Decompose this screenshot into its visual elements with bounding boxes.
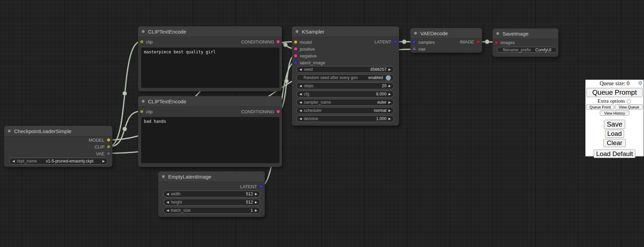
node-vae-decode[interactable]: VAEDecode samples vae IMAGE xyxy=(410,28,482,53)
decrement-arrow-icon[interactable]: ◀ xyxy=(299,68,302,71)
queue-size-label: Queue size: 0 xyxy=(599,80,629,86)
steps-widget[interactable]: ◀ steps 20 ▶ xyxy=(296,82,394,89)
decrement-arrow-icon[interactable]: ◀ xyxy=(166,209,169,212)
increment-arrow-icon[interactable]: ▶ xyxy=(388,101,391,104)
scheduler-widget[interactable]: ◀ scheduler normal ▶ xyxy=(296,107,394,114)
vae-input-dot[interactable] xyxy=(412,47,416,51)
cfg-widget[interactable]: ◀ cfg 8.000 ▶ xyxy=(296,91,394,98)
widget-label: width xyxy=(171,192,181,196)
toggle-knob-icon[interactable] xyxy=(386,75,391,80)
node-ksampler[interactable]: KSampler model positive negative latent_… xyxy=(292,26,399,126)
node-title-bar[interactable]: EmptyLatentImage xyxy=(158,171,265,182)
increment-arrow-icon[interactable]: ▶ xyxy=(388,84,391,88)
conditioning-output-dot[interactable] xyxy=(276,40,280,43)
node-checkpoint-loader[interactable]: CheckpointLoaderSimple MODEL CLIP VAE ◀ … xyxy=(4,126,112,167)
node-empty-latent-image[interactable]: EmptyLatentImage LATENT ◀ width 512 ▶ ◀ … xyxy=(158,171,265,217)
queue-front-button[interactable]: Queue Front xyxy=(586,104,614,109)
image-output-dot[interactable] xyxy=(476,40,480,43)
model-output-dot[interactable] xyxy=(107,138,110,142)
clip-output-dot[interactable] xyxy=(107,145,110,148)
load-button[interactable]: Load xyxy=(605,130,624,138)
link-midpoint-dot xyxy=(284,79,289,83)
widget-label: batch_size xyxy=(171,208,190,213)
positive-input-dot[interactable] xyxy=(294,47,297,51)
increment-arrow-icon[interactable]: ▶ xyxy=(255,193,257,196)
latent-image-input-dot[interactable] xyxy=(294,61,297,64)
increment-arrow-icon[interactable]: ▶ xyxy=(388,68,391,71)
increment-arrow-icon[interactable]: ▶ xyxy=(388,109,391,112)
decrement-arrow-icon[interactable]: ◀ xyxy=(166,193,169,196)
increment-arrow-icon[interactable]: ▶ xyxy=(388,117,391,120)
negative-prompt-textarea[interactable]: bad hands xyxy=(141,117,280,163)
seed-widget[interactable]: ◀ seed 8566257 ▶ xyxy=(296,66,394,73)
slot-label: VAE xyxy=(96,151,104,156)
widget-value: 1.000 xyxy=(376,116,386,121)
decrement-arrow-icon[interactable]: ◀ xyxy=(299,84,302,88)
node-title: VAEDecode xyxy=(420,30,448,36)
decrement-arrow-icon[interactable]: ◀ xyxy=(299,93,302,96)
widget-value: 8566257 xyxy=(370,67,386,72)
node-save-image[interactable]: SaveImage images filename_prefix ComfyUI xyxy=(493,28,558,57)
clear-button[interactable]: Clear xyxy=(603,139,626,147)
batch-size-widget[interactable]: ◀ batch_size 1 ▶ xyxy=(163,207,260,214)
increment-arrow-icon[interactable]: ▶ xyxy=(102,160,105,163)
widget-value: ComfyUI xyxy=(533,48,554,52)
ckpt-name-widget[interactable]: ◀ ckpt_name v1-5-pruned-emaonly.ckpt ▶ xyxy=(9,158,108,165)
save-button[interactable]: Save xyxy=(604,120,625,129)
decrement-arrow-icon[interactable]: ◀ xyxy=(299,109,302,112)
node-title-bar[interactable]: CLIPTextEncode xyxy=(138,96,282,107)
output-slot-model: MODEL xyxy=(4,136,112,143)
output-slot-latent: LATENT xyxy=(158,183,265,190)
denoise-widget[interactable]: ◀ denoise 1.000 ▶ xyxy=(296,115,394,122)
node-title-bar[interactable]: KSampler xyxy=(292,26,399,37)
extra-options-checkbox[interactable] xyxy=(627,100,631,103)
decrement-arrow-icon[interactable]: ◀ xyxy=(166,201,169,204)
input-slot-positive: positive xyxy=(292,46,399,52)
increment-arrow-icon[interactable]: ▶ xyxy=(255,209,257,212)
latent-output-dot[interactable] xyxy=(259,185,263,188)
node-title-bar[interactable]: VAEDecode xyxy=(410,28,482,39)
model-input-dot[interactable] xyxy=(294,40,297,44)
node-title-bar[interactable]: CheckpointLoaderSimple xyxy=(4,126,112,136)
slot-label: images xyxy=(500,40,515,45)
node-title-bar[interactable]: SaveImage xyxy=(493,28,558,39)
slot-label: model xyxy=(300,40,312,45)
queue-prompt-button[interactable]: Queue Prompt xyxy=(586,88,643,97)
decrement-arrow-icon[interactable]: ◀ xyxy=(299,101,302,104)
random-seed-toggle[interactable]: Random seed after every gen enabled xyxy=(296,74,394,81)
node-clip-text-encode-negative[interactable]: CLIPTextEncode clip CONDITIONING bad han… xyxy=(138,96,282,167)
node-title: CLIPTextEncode xyxy=(148,29,186,35)
view-history-button[interactable]: View History xyxy=(600,110,629,116)
load-default-button[interactable]: Load Default xyxy=(594,150,635,158)
gear-icon[interactable]: ⚙ xyxy=(638,80,643,86)
negative-input-dot[interactable] xyxy=(294,54,297,57)
node-status-icon xyxy=(414,31,417,35)
latent-output-dot[interactable] xyxy=(394,40,397,43)
node-status-icon xyxy=(8,129,11,133)
node-status-icon xyxy=(295,30,299,33)
positive-prompt-textarea[interactable]: masterpiece best quality girl xyxy=(141,48,280,88)
filename-prefix-widget[interactable]: filename_prefix ComfyUI xyxy=(497,47,557,53)
decrement-arrow-icon[interactable]: ◀ xyxy=(12,160,15,163)
node-title-bar[interactable]: CLIPTextEncode xyxy=(138,26,282,37)
width-widget[interactable]: ◀ width 512 ▶ xyxy=(163,191,260,197)
clip-input-dot[interactable] xyxy=(140,110,144,113)
widget-label: Random seed after every gen xyxy=(304,75,358,80)
increment-arrow-icon[interactable]: ▶ xyxy=(255,201,257,204)
widget-label: seed xyxy=(304,67,313,72)
node-status-icon xyxy=(496,32,499,35)
increment-arrow-icon[interactable]: ▶ xyxy=(388,93,391,96)
vae-output-dot[interactable] xyxy=(107,152,110,155)
node-clip-text-encode-positive[interactable]: CLIPTextEncode clip CONDITIONING masterp… xyxy=(138,26,282,91)
node-status-icon xyxy=(141,30,145,33)
view-queue-button[interactable]: View Queue xyxy=(615,104,643,109)
conditioning-output-dot[interactable] xyxy=(276,110,280,113)
images-input-dot[interactable] xyxy=(495,41,498,44)
samples-input-dot[interactable] xyxy=(412,40,416,44)
input-slot-negative: negative xyxy=(292,52,399,59)
height-widget[interactable]: ◀ height 512 ▶ xyxy=(163,199,260,206)
sampler-name-widget[interactable]: ◀ sampler_name euler ▶ xyxy=(296,99,394,106)
clip-input-dot[interactable] xyxy=(140,40,144,43)
slot-label: positive xyxy=(300,47,315,52)
decrement-arrow-icon[interactable]: ◀ xyxy=(299,117,302,120)
